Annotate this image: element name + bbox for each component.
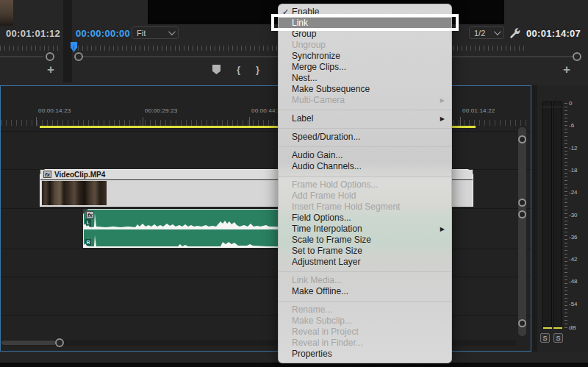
menu-item-frame-hold-options: Frame Hold Options... [279,179,451,190]
menu-item-label: Label [292,113,313,124]
menu-item-label: Frame Hold Options... [292,179,378,190]
menu-item-set-to-frame-size[interactable]: Set to Frame Size [279,246,451,257]
mark-out-icon[interactable]: } [256,64,259,75]
fx-badge-icon[interactable]: fx [43,171,51,178]
meter-scale-label: -42 [569,256,578,263]
menu-item-scale-to-frame-size[interactable]: Scale to Frame Size [279,235,451,246]
context-menu: ✓EnableLinkGroupUngroupSynchronizeMerge … [278,4,452,363]
program-zoom-handle-left[interactable] [74,52,83,61]
menu-item-synchronize[interactable]: Synchronize [279,51,451,62]
vertical-scrollbar-track[interactable] [518,127,526,336]
program-timecode[interactable]: 00:00:00:00 [76,28,130,39]
menu-item-label: Properties [292,349,332,359]
menu-item-label: Make Offline... [292,286,348,296]
wrench-settings-icon[interactable] [508,26,520,39]
annotation-highlight-box [271,14,459,31]
menu-item-label: Rename... [292,304,332,315]
zoom-level-value: Fit [137,29,146,38]
menu-item-multi-camera: Multi-Camera▶ [279,95,451,106]
program-add-button[interactable]: + [563,65,570,75]
meter-cap [542,107,552,107]
source-add-button[interactable]: + [47,65,54,75]
menu-item-label: Nest... [292,73,318,83]
mark-in-icon[interactable]: { [237,64,240,75]
menu-item-label: Reveal in Finder... [292,338,363,348]
track-resize-knob[interactable] [518,199,526,207]
menu-item-link-media: Link Media... [279,275,451,286]
menu-item-audio-channels[interactable]: Audio Channels... [279,161,451,172]
menu-item-label: Set to Frame Size [292,246,362,256]
audio-meter-bar-left [542,101,552,329]
add-marker-icon[interactable] [212,65,220,74]
menu-item-label: Link Media... [292,275,342,285]
menu-item-field-options[interactable]: Field Options... [279,213,451,224]
playback-resolution-dropdown[interactable]: 1/2 [469,26,504,39]
meter-scale-label: -12 [569,145,578,152]
menu-item-make-subclip: Make Subclip... [279,316,451,327]
menu-item-add-frame-hold: Add Frame Hold [279,190,451,202]
menu-item-label: Adjustment Layer [292,257,360,267]
chevron-down-icon [168,28,176,35]
menu-item-speed-duration[interactable]: Speed/Duration... [279,132,451,143]
ruler-label: 00:00:29:23 [145,107,177,114]
menu-item-label: Reveal in Project [292,327,359,337]
audio-meter-panel: 0-6-12-18-24-30-36-42-48-54dB S S [537,85,588,352]
program-zoom-handle-right[interactable] [573,52,581,61]
menu-item-time-interpolation[interactable]: Time Interpolation▶ [279,224,451,235]
source-mini-ruler[interactable] [0,46,60,51]
ruler-label: 00:00:14:23 [38,107,71,114]
audio-meter-bar-right [553,101,562,329]
track-resize-knob[interactable] [518,135,526,143]
solo-left-button[interactable]: S [540,333,550,343]
menu-item-label: Add Frame Hold [292,190,356,201]
menu-item-label: Multi-Camera [292,95,345,105]
menu-item-adjustment-layer[interactable]: Adjustment Layer [279,257,451,268]
menu-item-label: Ungroup [292,40,326,50]
menu-item-ungroup: Ungroup [279,40,451,51]
meter-scale-label: -54 [569,301,578,307]
menu-item-label: Insert Frame Hold Segment [292,202,400,212]
ruler-label: 00:01:14:22 [462,107,495,114]
panel-divider [531,85,537,352]
menu-item-nest[interactable]: Nest... [279,73,451,84]
submenu-arrow-icon: ▶ [440,224,445,235]
track-resize-knob[interactable] [518,319,526,327]
menu-separator [279,128,451,129]
horizontal-scrollbar-handle[interactable] [55,338,64,347]
playback-resolution-value: 1/2 [474,29,485,38]
panel-divider [63,0,72,82]
menu-item-properties[interactable]: Properties [279,349,451,360]
menu-item-make-subsequence[interactable]: Make Subsequence [279,84,451,95]
source-monitor-frame-fragment [0,0,13,26]
chevron-down-icon [494,28,501,35]
source-zoom-scrollbar[interactable] [0,56,44,57]
menu-item-label: Audio Gain... [292,150,343,160]
source-zoom-handle[interactable] [46,52,54,61]
solo-right-button[interactable]: S [553,333,563,343]
menu-separator [279,176,451,177]
zoom-level-dropdown[interactable]: Fit [132,26,179,39]
menu-item-label: Scale to Frame Size [292,235,371,245]
menu-item-reveal-in-finder: Reveal in Finder... [279,338,451,349]
meter-scale-ticks [564,103,567,328]
menu-item-make-offline[interactable]: Make Offline... [279,286,451,297]
menu-item-label: Synchronize [292,51,340,61]
meter-scale-label: -24 [569,189,578,196]
horizontal-scrollbar-thumb[interactable] [1,341,56,345]
menu-item-label: Speed/Duration... [292,132,360,142]
menu-item-insert-frame-hold-segment: Insert Frame Hold Segment [279,202,451,213]
menu-item-merge-clips[interactable]: Merge Clips... [279,62,451,73]
menu-item-label: Time Interpolation [292,224,362,234]
menu-item-audio-gain[interactable]: Audio Gain... [279,150,451,161]
meter-scale-label: -6 [569,122,574,129]
source-timecode: 00:01:01:12 [6,28,60,39]
menu-separator [279,146,451,147]
menu-item-reveal-in-project: Reveal in Project [279,327,451,338]
video-clip-thumbnail [42,181,107,205]
meter-unit-label: dB [569,324,576,331]
meter-scale-label: -18 [569,167,578,174]
track-resize-knob[interactable] [518,210,526,218]
meter-level-left [543,327,552,329]
menu-item-label[interactable]: Label▶ [279,113,451,124]
menu-item-label: Merge Clips... [292,62,346,72]
